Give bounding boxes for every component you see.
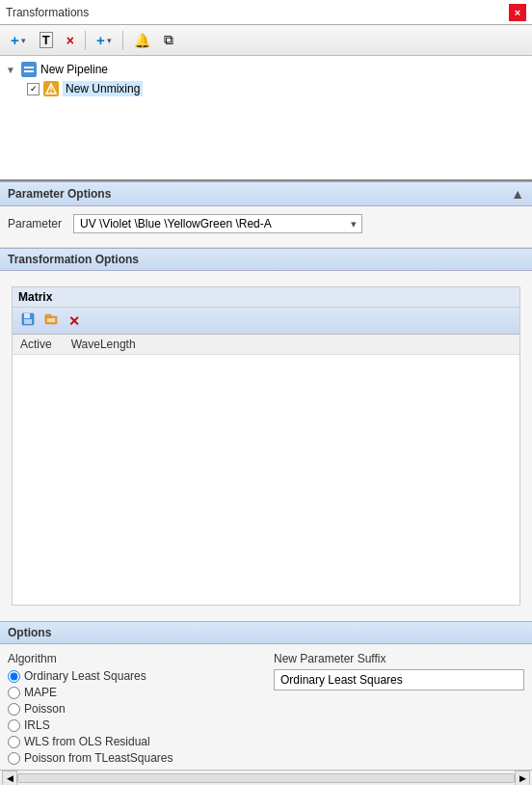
copy-button[interactable]: ⧉ <box>159 29 178 51</box>
pipeline-label: New Pipeline <box>40 63 108 76</box>
unmix-icon <box>43 81 59 96</box>
text-icon: T <box>40 32 53 48</box>
tree-toggle-pipeline[interactable]: ▼ <box>4 63 17 76</box>
options-section: Options Algorithm Ordinary Least Squares… <box>0 621 532 770</box>
radio-mape: MAPE <box>8 686 258 699</box>
parameter-options-header: Parameter Options ▲ <box>0 181 532 206</box>
svg-rect-1 <box>24 70 34 72</box>
toolbar-divider-1 <box>85 31 86 50</box>
notify-button[interactable]: 🔔 <box>129 30 155 51</box>
svg-rect-6 <box>24 313 30 318</box>
add-button[interactable]: + ▾ <box>6 29 31 51</box>
main-toolbar: + ▾ T × + ▾ 🔔 ⧉ <box>0 25 532 56</box>
toolbar-divider-2 <box>122 31 123 50</box>
pipeline-node[interactable]: ▼ New Pipeline <box>4 60 528 79</box>
radio-pfrom: Poisson from TLeastSquares <box>8 751 258 765</box>
options-section-title: Options <box>8 626 51 639</box>
pipeline-icon <box>21 62 37 77</box>
tree-area: ▼ New Pipeline ✓ New Unmixing <box>0 56 532 181</box>
title-bar: Transformations × <box>0 0 532 25</box>
options-section-header: Options <box>0 621 532 644</box>
svg-point-4 <box>50 92 52 94</box>
matrix-save-icon <box>21 312 35 329</box>
notify-icon: 🔔 <box>134 33 150 48</box>
matrix-toolbar: ✕ <box>13 308 519 335</box>
parameter-options-body: Parameter UV \Violet \Blue \YellowGreen … <box>0 206 532 248</box>
unmix-node[interactable]: ✓ New Unmixing <box>27 79 528 98</box>
algorithm-title: Algorithm <box>8 652 258 665</box>
matrix-table-area: Active WaveLength <box>13 335 519 605</box>
suffix-title: New Parameter Suffix <box>274 652 524 665</box>
algorithm-group: Algorithm Ordinary Least Squares MAPE Po… <box>8 652 258 768</box>
radio-wls-input[interactable] <box>8 736 20 748</box>
radio-pfrom-input[interactable] <box>8 752 20 765</box>
parameter-options-title: Parameter Options <box>8 187 111 201</box>
unmix-label: New Unmixing <box>63 81 143 96</box>
matrix-delete-icon: ✕ <box>68 313 80 329</box>
close-button[interactable]: × <box>509 4 526 21</box>
radio-poisson-label: Poisson <box>24 702 66 716</box>
delete-icon: × <box>66 33 74 48</box>
radio-mape-label: MAPE <box>24 686 57 699</box>
radio-wls: WLS from OLS Residual <box>8 735 258 748</box>
parameter-select[interactable]: UV \Violet \Blue \YellowGreen \Red-A <box>73 214 362 233</box>
parameter-options-section: Parameter Options ▲ Parameter UV \Violet… <box>0 181 532 248</box>
matrix-open-button[interactable] <box>41 311 61 331</box>
add-icon: + <box>11 32 19 48</box>
svg-rect-9 <box>45 314 51 318</box>
matrix-save-button[interactable] <box>18 311 38 331</box>
matrix-section: Matrix <box>12 286 520 606</box>
radio-poisson: Poisson <box>8 702 258 716</box>
unmix-checkbox[interactable]: ✓ <box>27 83 40 95</box>
add2-button[interactable]: + ▾ <box>92 29 117 51</box>
transformation-options-header: Transformation Options <box>0 248 532 271</box>
main-content: Parameter Options ▲ Parameter UV \Violet… <box>0 181 532 770</box>
matrix-header-label: Matrix <box>13 287 519 308</box>
scroll-left-button[interactable]: ◀ <box>2 771 17 786</box>
matrix-open-icon <box>44 312 58 329</box>
add2-icon: + <box>96 32 105 48</box>
radio-ols-label: Ordinary Least Squares <box>24 669 146 683</box>
matrix-column-headers: Active WaveLength <box>13 335 519 355</box>
suffix-group: New Parameter Suffix Ordinary Least Squa… <box>274 652 524 768</box>
add-arrow-icon: ▾ <box>21 36 26 45</box>
radio-pfrom-label: Poisson from TLeastSquares <box>24 751 173 765</box>
radio-ols: Ordinary Least Squares <box>8 669 258 683</box>
options-content: Algorithm Ordinary Least Squares MAPE Po… <box>8 652 524 768</box>
options-body: Algorithm Ordinary Least Squares MAPE Po… <box>0 644 532 770</box>
radio-irls: IRLS <box>8 718 258 732</box>
parameter-label: Parameter <box>8 217 66 230</box>
transformation-options-title: Transformation Options <box>8 253 139 266</box>
delete-button[interactable]: × <box>62 30 79 51</box>
text-button[interactable]: T <box>35 29 58 51</box>
radio-mape-input[interactable] <box>8 687 20 699</box>
transformation-options-body: Matrix <box>0 271 532 621</box>
window-title: Transformations <box>6 6 89 19</box>
transformation-options-section: Transformation Options Matrix <box>0 248 532 621</box>
radio-irls-input[interactable] <box>8 719 20 732</box>
radio-poisson-input[interactable] <box>8 703 20 716</box>
parameter-row: Parameter UV \Violet \Blue \YellowGreen … <box>8 214 524 233</box>
scrollbar-track[interactable] <box>17 773 515 783</box>
parameter-select-wrapper: UV \Violet \Blue \YellowGreen \Red-A <box>73 214 362 233</box>
checkbox-check: ✓ <box>30 84 38 94</box>
radio-wls-label: WLS from OLS Residual <box>24 735 150 748</box>
svg-rect-0 <box>24 67 34 68</box>
radio-ols-input[interactable] <box>8 670 20 683</box>
parameter-collapse-icon[interactable]: ▲ <box>511 186 524 202</box>
col-wavelength: WaveLength <box>71 338 136 351</box>
suffix-input[interactable]: Ordinary Least Squares <box>274 669 524 690</box>
copy-icon: ⧉ <box>164 32 173 48</box>
add2-arrow-icon: ▾ <box>107 36 112 45</box>
matrix-delete-button[interactable]: ✕ <box>65 311 84 331</box>
horizontal-scrollbar: ◀ ▶ <box>0 770 532 785</box>
radio-irls-label: IRLS <box>24 718 50 732</box>
col-active: Active <box>20 338 52 351</box>
svg-rect-7 <box>24 319 32 324</box>
scroll-right-button[interactable]: ▶ <box>515 771 530 786</box>
